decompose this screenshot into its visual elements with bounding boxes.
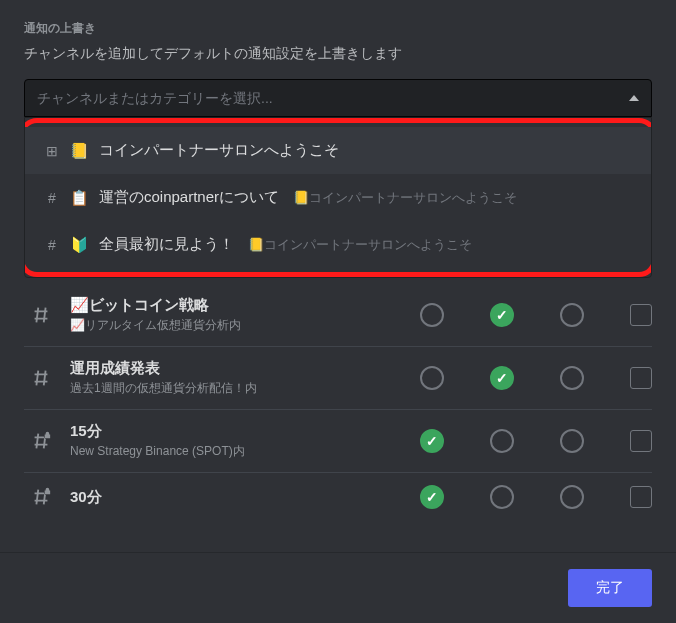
radio-nothing[interactable] [560,485,584,509]
dropdown-option-label: 全員最初に見よう！ [99,235,234,254]
dropdown-option-suffix: 📒コインパートナーサロンへようこそ [248,236,472,254]
section-title: 通知の上書き [24,20,652,37]
channel-row: 30分 [24,473,652,521]
channel-row: 15分 New Strategy Binance (SPOT)内 [24,410,652,473]
channel-select-dropdown[interactable] [24,79,652,117]
scrollbar[interactable] [666,0,674,623]
mute-checkbox[interactable] [630,486,652,508]
hash-icon [24,304,58,326]
done-button[interactable]: 完了 [568,569,652,607]
channel-sublabel: 過去1週間の仮想通貨分析配信！内 [70,380,408,397]
dropdown-option-suffix: 📒コインパートナーサロンへようこそ [293,189,517,207]
radio-all[interactable] [420,303,444,327]
radio-all[interactable] [420,366,444,390]
radio-mentions[interactable] [490,485,514,509]
channel-name: 15分 [70,422,408,441]
mute-checkbox[interactable] [630,304,652,326]
radio-mentions[interactable] [490,429,514,453]
dropdown-option-channel[interactable]: # 📋 運営のcoinpartnerについて 📒コインパートナーサロンへようこそ [24,174,652,221]
radio-mentions[interactable] [490,303,514,327]
channel-name: 30分 [70,488,408,507]
channel-row: 📈ビットコイン戦略 📈リアルタイム仮想通貨分析内 [24,284,652,347]
caret-up-icon [629,95,639,101]
hash-icon [24,367,58,389]
hash-lock-icon [24,430,58,452]
radio-mentions[interactable] [490,366,514,390]
dropdown-option-category[interactable]: ⊞ 📒 コインパートナーサロンへようこそ [24,127,652,174]
modal-footer: 完了 [0,553,676,623]
channel-sublabel: 📈リアルタイム仮想通貨分析内 [70,317,408,334]
radio-nothing[interactable] [560,303,584,327]
emoji-icon: 🔰 [70,236,89,254]
dropdown-option-channel[interactable]: # 🔰 全員最初に見よう！ 📒コインパートナーサロンへようこそ [24,221,652,268]
emoji-icon: 📋 [70,189,89,207]
hash-icon: # [44,190,60,206]
mute-checkbox[interactable] [630,430,652,452]
dropdown-option-label: コインパートナーサロンへようこそ [99,141,339,160]
dropdown-option-label: 運営のcoinpartnerについて [99,188,279,207]
radio-nothing[interactable] [560,429,584,453]
channel-search-input[interactable] [37,90,629,106]
radio-nothing[interactable] [560,366,584,390]
highlight-annotation: ⊞ 📒 コインパートナーサロンへようこそ # 📋 運営のcoinpartnerに… [24,118,652,277]
category-icon: ⊞ [44,143,60,159]
channel-name: 運用成績発表 [70,359,408,378]
channel-sublabel: New Strategy Binance (SPOT)内 [70,443,408,460]
hash-lock-icon [24,486,58,508]
channel-name: 📈ビットコイン戦略 [70,296,408,315]
mute-checkbox[interactable] [630,367,652,389]
hash-icon: # [44,237,60,253]
radio-all[interactable] [420,485,444,509]
channel-row: 運用成績発表 過去1週間の仮想通貨分析配信！内 [24,347,652,410]
channel-override-list: 📈ビットコイン戦略 📈リアルタイム仮想通貨分析内 運用成績発表 過去1週間の仮想… [24,284,652,521]
radio-all[interactable] [420,429,444,453]
emoji-icon: 📒 [70,142,89,160]
dropdown-list: ⊞ 📒 コインパートナーサロンへようこそ # 📋 運営のcoinpartnerに… [24,117,652,278]
section-description: チャンネルを追加してデフォルトの通知設定を上書きします [24,45,652,63]
